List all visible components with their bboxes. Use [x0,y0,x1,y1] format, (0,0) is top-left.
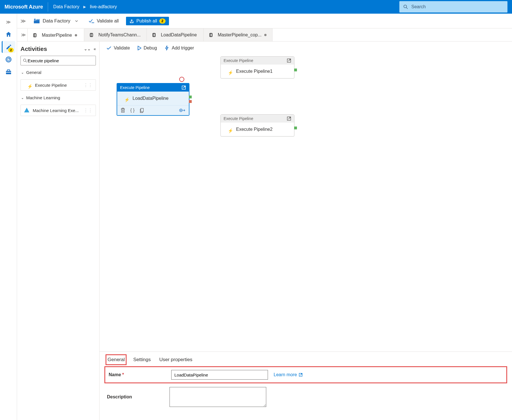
trash-icon[interactable] [121,108,125,113]
name-row: Name* Learn more [107,369,505,381]
debug-button[interactable]: Debug [137,45,157,51]
azure-brand[interactable]: Microsoft Azure [5,4,48,10]
add-trigger-button[interactable]: Add trigger [164,45,194,51]
properties-tab-general[interactable]: General [107,356,125,364]
svg-line-1 [406,8,408,9]
node-head-label: Execute Pipeline [224,58,253,63]
chevron-down-icon [75,19,78,23]
svg-line-4 [9,58,10,59]
success-port[interactable] [294,69,297,71]
rail-home-button[interactable] [2,28,15,40]
svg-rect-6 [7,70,10,71]
azure-top-bar: Microsoft Azure Data Factory ▶ live-adfa… [0,0,512,14]
publish-all-button[interactable]: Publish all 2 [126,17,169,25]
activity-execute-pipeline[interactable]: ⚡ Execute Pipeline ⋮⋮ [20,79,96,91]
chevron-down-icon: ⌄ [21,71,24,75]
azure-ml-icon [24,107,30,113]
breadcrumb: Data Factory ▶ live-adfactory [53,4,117,9]
category-general-label: General [26,70,41,75]
publish-all-label: Publish all [136,18,157,24]
editor-tabs: ≫ MasterPipeline NotifyTeamsChann... Loa… [17,28,512,42]
name-label: Name* [109,372,166,377]
publish-count-badge: 2 [159,18,165,24]
add-output-icon[interactable] [179,108,185,113]
success-port[interactable] [189,96,192,98]
category-general[interactable]: ⌄ General [20,69,96,76]
node-action-bar: { } [117,105,189,115]
open-external-icon[interactable] [181,85,186,90]
node-execute1[interactable]: Execute Pipeline ⚡ Execute Pipeline1 [220,56,294,78]
properties-tab-settings[interactable]: Settings [133,356,151,364]
drag-handle-icon[interactable]: ⋮⋮ [84,82,93,88]
tabs-expand-button[interactable]: ≫ [19,28,27,41]
activity-label: Execute Pipeline [35,83,67,88]
rail-expand-button[interactable]: ≫ [2,16,15,28]
activities-heading: Activities ⌄⌄ « [20,45,96,52]
properties-panel: General Settings User properties Name* L… [100,351,512,420]
copy-icon[interactable] [140,108,144,113]
validate-button[interactable]: Validate [106,45,130,51]
properties-tabs: General Settings User properties [107,356,505,364]
rail-monitor-button[interactable] [2,53,15,65]
rail-author-button[interactable]: 2 [2,41,15,53]
home-icon [5,31,12,38]
play-icon [137,46,141,50]
node-body-label: Execute Pipeline2 [236,127,272,132]
tab-label: NotifyTeamsChann... [98,32,141,38]
chevron-down-icon: ⌄ [21,96,24,100]
svg-rect-22 [141,108,143,112]
global-search-input[interactable] [411,4,503,10]
failure-port[interactable] [189,100,192,103]
validation-error-icon[interactable] [179,77,184,82]
breadcrumb-resource[interactable]: live-adfactory [90,4,117,9]
category-ml[interactable]: ⌄ Machine Learning [20,94,96,101]
activities-search-input[interactable] [27,58,93,63]
open-external-icon[interactable] [287,58,291,63]
properties-tab-user[interactable]: User properties [159,356,193,364]
breadcrumb-service[interactable]: Data Factory [53,4,79,9]
tab-masterpipeline[interactable]: MasterPipeline [27,28,84,41]
collapse-all-icon[interactable]: ⌄⌄ [84,47,91,51]
pipeline-icon [90,33,96,37]
execute-pipeline-icon: ⚡ [224,126,233,133]
tab-label: MasterPipeline [42,33,72,38]
global-search[interactable] [399,1,507,13]
canvas-toolbar: Validate Debug Add trigger [100,42,512,55]
gauge-icon [5,56,12,63]
check-icon [106,46,112,50]
open-external-icon[interactable] [287,116,291,121]
pipeline-icon [209,33,215,37]
panel-collapse-icon[interactable]: « [94,47,96,51]
tab-mastercopy[interactable]: MasterPipeline_cop... [204,28,273,41]
braces-icon[interactable]: { } [130,108,135,113]
name-input[interactable] [171,370,268,380]
description-label: Description [107,394,164,400]
node-execute2[interactable]: Execute Pipeline ⚡ Execute Pipeline2 [220,114,294,136]
success-port[interactable] [294,127,297,129]
search-icon [403,5,408,9]
service-dropdown-label: Data Factory [43,18,70,24]
toolbar-expand-button[interactable]: ≫ [20,18,26,24]
upload-icon [129,19,134,23]
rail-manage-button[interactable] [2,66,15,78]
svg-point-0 [404,5,407,8]
activities-search[interactable] [20,56,96,65]
svg-rect-11 [130,21,131,22]
activity-ml-execute[interactable]: Machine Learning Exe... ⋮⋮ [20,105,96,116]
tab-loaddata[interactable]: LoadDataPipeline [147,28,204,41]
execute-pipeline-icon: ⚡ [24,82,32,88]
service-dropdown[interactable]: Data Factory [30,17,81,25]
execute-pipeline-icon: ⚡ [224,68,233,75]
learn-more-link[interactable]: Learn more [274,372,303,377]
drag-handle-icon[interactable]: ⋮⋮ [84,108,93,113]
tab-notifyteams[interactable]: NotifyTeamsChann... [84,28,147,41]
svg-rect-12 [133,21,133,22]
pipeline-canvas[interactable]: Execute Pipeline ⚡ LoadDataPipeline { } [100,55,512,351]
node-loaddata[interactable]: Execute Pipeline ⚡ LoadDataPipeline { } [117,83,189,116]
pipeline-icon [152,33,158,37]
svg-point-13 [23,59,26,61]
trigger-icon [164,45,170,51]
add-trigger-label: Add trigger [172,45,194,51]
description-input[interactable] [170,387,266,407]
validate-all-button[interactable]: Validate all [86,17,121,25]
